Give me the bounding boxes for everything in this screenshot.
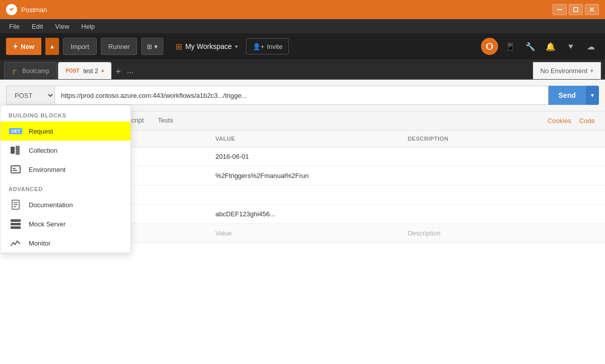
request-item-label: Request <box>29 128 53 135</box>
favorites-button[interactable]: ♥ <box>563 38 579 54</box>
extra-dropdown-icon: ▾ <box>154 43 158 50</box>
invite-button[interactable]: 👤+ Invite <box>246 38 289 54</box>
svg-rect-9 <box>13 170 17 171</box>
documentation-icon <box>9 200 23 209</box>
row1-action <box>595 154 605 160</box>
row3-description[interactable] <box>403 192 595 198</box>
row3-value[interactable] <box>210 192 402 198</box>
tabs-bar: 🎓 Bootcamp POST test 2 • + ··· No Enviro… <box>0 59 605 80</box>
cookies-link[interactable]: Cookies <box>543 112 575 130</box>
menu-edit[interactable]: Edit <box>27 21 48 32</box>
post-method-badge: POST <box>66 68 79 74</box>
svg-rect-8 <box>13 168 16 169</box>
no-env-label: No Environment <box>540 67 587 75</box>
method-selector[interactable]: POST GET PUT DELETE <box>6 86 54 105</box>
row5-action <box>595 230 605 236</box>
environment-icon <box>9 165 23 174</box>
grid-small-icon: ⊞ <box>147 43 152 50</box>
workspace-grid-icon: ⊞ <box>175 42 182 51</box>
app-title: Postman <box>21 6 47 14</box>
tab-test2[interactable]: POST test 2 • <box>58 62 111 79</box>
workspace-label: My Workspace <box>185 42 231 50</box>
title-bar: Postman <box>0 0 605 19</box>
maximize-button[interactable] <box>569 4 583 15</box>
env-area: No Environment ▾ <box>533 62 601 79</box>
tab-bootcamp[interactable]: 🎓 Bootcamp <box>4 62 57 79</box>
row5-description[interactable]: Description <box>403 226 595 240</box>
row1-description[interactable] <box>403 154 595 160</box>
dropdown-item-collection[interactable]: Collection <box>1 141 131 160</box>
main-area: 🎓 Bootcamp POST test 2 • + ··· No Enviro… <box>0 59 605 364</box>
monitor-icon <box>9 238 23 248</box>
col-actions <box>595 134 605 144</box>
mock-server-icon <box>9 219 23 228</box>
runner-button[interactable]: Runner <box>101 38 138 55</box>
plus-icon: + <box>13 42 18 51</box>
row2-description[interactable] <box>403 173 595 179</box>
minimize-button[interactable] <box>553 4 567 15</box>
svg-rect-5 <box>11 147 15 154</box>
row3-action <box>595 192 605 198</box>
send-dropdown-button[interactable]: ▾ <box>586 86 599 105</box>
dropdown-item-request[interactable]: GET Request <box>1 122 131 141</box>
sync-button[interactable] <box>481 38 498 55</box>
workspace-dropdown-icon: ▾ <box>235 43 238 50</box>
sub-tab-tests[interactable]: Tests <box>151 111 180 130</box>
svg-rect-1 <box>557 9 562 10</box>
collection-icon <box>9 146 23 155</box>
bootcamp-icon: 🎓 <box>12 68 19 75</box>
svg-rect-2 <box>574 8 578 12</box>
unsaved-dot: • <box>101 67 104 75</box>
import-button[interactable]: Import <box>63 38 97 55</box>
menu-help[interactable]: Help <box>76 21 100 32</box>
menu-view[interactable]: View <box>50 21 74 32</box>
environment-selector[interactable]: No Environment ▾ <box>533 62 601 79</box>
dropdown-item-monitor[interactable]: Monitor <box>1 233 131 253</box>
dropdown-item-documentation[interactable]: Documentation <box>1 195 131 214</box>
notifications-button[interactable]: 🔔 <box>542 38 559 54</box>
send-button[interactable]: Send <box>549 86 586 105</box>
tests-label: Tests <box>158 116 173 124</box>
settings-button[interactable]: 🔧 <box>522 38 538 54</box>
svg-rect-6 <box>16 146 20 155</box>
building-blocks-label: BUILDING BLOCKS <box>1 105 131 122</box>
toolbar: + New ▲ Import Runner ⊞ ▾ ⊞ My Workspace… <box>0 33 605 59</box>
tab-bootcamp-label: Bootcamp <box>22 68 49 75</box>
svg-rect-7 <box>11 166 20 173</box>
get-badge-icon: GET <box>9 127 23 136</box>
environment-item-label: Environment <box>29 166 66 173</box>
menu-bar: File Edit View Help <box>0 19 605 33</box>
more-tabs-button[interactable]: ··· <box>124 68 137 77</box>
postman-logo <box>6 4 17 15</box>
new-dropdown-menu: BUILDING BLOCKS GET Request Collection <box>0 105 131 253</box>
row4-value[interactable]: abcDEF123ghi456... <box>210 207 402 221</box>
invite-label: Invite <box>267 43 282 50</box>
dropdown-item-mock-server[interactable]: Mock Server <box>1 214 131 233</box>
row4-description[interactable] <box>403 211 595 217</box>
collection-item-label: Collection <box>29 147 57 154</box>
new-dropdown-arrow[interactable]: ▲ <box>45 38 59 55</box>
row1-value[interactable]: 2016-06-01 <box>210 150 402 163</box>
row4-action <box>595 211 605 217</box>
phone-icon-button[interactable]: 📱 <box>502 38 518 54</box>
url-input[interactable] <box>54 86 549 105</box>
close-button[interactable] <box>585 4 599 15</box>
mock-server-item-label: Mock Server <box>29 220 66 228</box>
add-tab-button[interactable]: + <box>112 67 124 77</box>
window-controls <box>553 4 599 15</box>
code-link[interactable]: Code <box>575 112 599 130</box>
cloud-button[interactable]: ☁ <box>583 38 599 54</box>
extra-menu-button[interactable]: ⊞ ▾ <box>141 38 163 55</box>
user-plus-icon: 👤+ <box>253 43 265 50</box>
sub-tab-right-links: Cookies Code <box>543 111 599 130</box>
row2-value[interactable]: %2Ftriggers%2Fmanual%2Frun <box>210 169 402 183</box>
dropdown-item-environment[interactable]: Environment <box>1 160 131 179</box>
tab-test2-label: test 2 <box>83 68 98 75</box>
row5-value[interactable]: Value <box>210 226 402 240</box>
documentation-item-label: Documentation <box>29 201 73 209</box>
workspace-selector[interactable]: ⊞ My Workspace ▾ <box>175 42 237 51</box>
url-bar: POST GET PUT DELETE Send ▾ <box>6 86 599 105</box>
new-button[interactable]: + New <box>6 38 41 55</box>
monitor-item-label: Monitor <box>29 239 50 247</box>
menu-file[interactable]: File <box>4 21 25 32</box>
